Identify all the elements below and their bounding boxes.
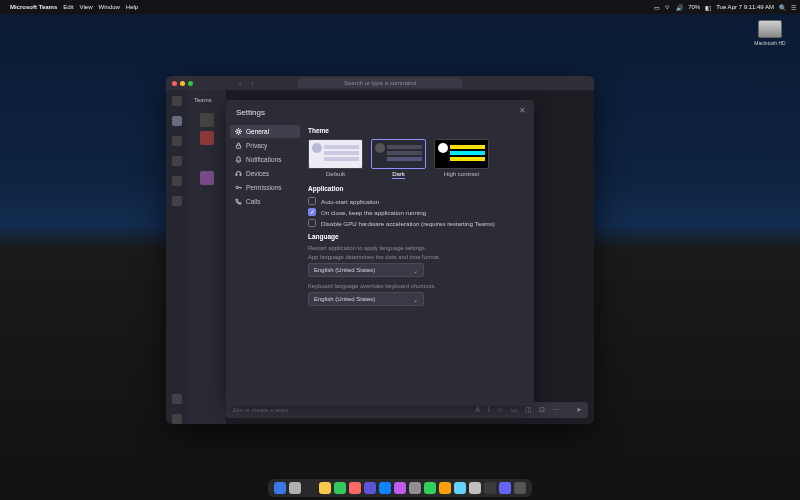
settings-modal: Settings ✕ General Privacy Notifications: [226, 100, 534, 406]
sticker-icon[interactable]: ◫: [525, 406, 532, 414]
dock-app[interactable]: [439, 482, 451, 494]
dock-app[interactable]: [364, 482, 376, 494]
rail-teams-icon[interactable]: [172, 136, 182, 146]
theme-option-dark[interactable]: Dark: [371, 139, 426, 179]
nav-back-button[interactable]: ‹: [239, 80, 241, 87]
dock-trash-icon[interactable]: [514, 482, 526, 494]
volume-icon[interactable]: 🔊: [676, 4, 683, 11]
language-heading: Language: [308, 233, 524, 240]
wifi-icon[interactable]: ᯤ: [665, 4, 671, 10]
dock-app[interactable]: [379, 482, 391, 494]
menu-edit[interactable]: Edit: [63, 4, 73, 10]
rail-chat-icon[interactable]: [172, 116, 182, 126]
dock-app[interactable]: [274, 482, 286, 494]
svg-rect-3: [240, 174, 241, 176]
checkbox-auto-start[interactable]: [308, 197, 316, 205]
keyboard-language-select[interactable]: English (United States) ⌄: [308, 292, 424, 306]
dock-app[interactable]: [304, 482, 316, 494]
rail-files-icon[interactable]: [172, 196, 182, 206]
menu-help[interactable]: Help: [126, 4, 138, 10]
teams-list-header: Teams: [188, 94, 226, 109]
checkbox-label: Disable GPU hardware acceleration (requi…: [321, 220, 495, 227]
dock-app[interactable]: [289, 482, 301, 494]
theme-label: Default: [308, 171, 363, 177]
dock-app[interactable]: [454, 482, 466, 494]
select-value: English (United States): [314, 296, 375, 302]
rail-apps-icon[interactable]: [172, 394, 182, 404]
checkbox-disable-gpu[interactable]: [308, 219, 316, 227]
keyboard-language-note: Keyboard language overrides keyboard sho…: [308, 283, 524, 289]
chevron-down-icon: ⌄: [413, 267, 418, 274]
headset-icon: [235, 170, 242, 177]
settings-content: Theme Default Dark High contrast: [304, 121, 534, 406]
menubar-app-name[interactable]: Microsoft Teams: [10, 4, 57, 10]
menu-window[interactable]: Window: [98, 4, 119, 10]
nav-forward-button[interactable]: ›: [251, 80, 253, 87]
dock-app[interactable]: [319, 482, 331, 494]
rail-help-icon[interactable]: [172, 414, 182, 424]
bell-icon: [235, 156, 242, 163]
team-avatar[interactable]: [200, 171, 214, 185]
team-avatar[interactable]: [200, 131, 214, 145]
modal-close-button[interactable]: ✕: [519, 106, 526, 115]
dock-app[interactable]: [469, 482, 481, 494]
nav-label: General: [246, 128, 269, 135]
window-close-button[interactable]: [172, 81, 177, 86]
rail-calls-icon[interactable]: [172, 176, 182, 186]
hard-drive-icon: [758, 20, 782, 38]
app-language-note: App language determines the date and tim…: [308, 254, 524, 260]
window-zoom-button[interactable]: [188, 81, 193, 86]
window-titlebar[interactable]: ‹ › Search or type a command: [166, 76, 594, 90]
composer-placeholder: Join or create a team: [232, 407, 288, 413]
nav-label: Notifications: [246, 156, 281, 163]
dock-app[interactable]: [334, 482, 346, 494]
settings-nav-permissions[interactable]: Permissions: [230, 181, 300, 194]
rail-activity-icon[interactable]: [172, 96, 182, 106]
rail-calendar-icon[interactable]: [172, 156, 182, 166]
dock-app[interactable]: [409, 482, 421, 494]
theme-high-contrast-thumbnail: [434, 139, 489, 169]
nav-label: Privacy: [246, 142, 267, 149]
dock-app[interactable]: [394, 482, 406, 494]
chevron-down-icon: ⌄: [413, 296, 418, 303]
dock-app[interactable]: [424, 482, 436, 494]
airplay-icon[interactable]: ▭: [654, 4, 660, 11]
settings-nav-general[interactable]: General: [230, 125, 300, 138]
nav-label: Permissions: [246, 184, 281, 191]
app-language-select[interactable]: English (United States) ⌄: [308, 263, 424, 277]
dock-app[interactable]: [499, 482, 511, 494]
theme-default-thumbnail: [308, 139, 363, 169]
battery-icon[interactable]: ▮▯: [705, 4, 711, 11]
more-icon[interactable]: ⋯: [552, 406, 559, 414]
lock-icon: [235, 142, 242, 149]
svg-rect-1: [236, 145, 240, 148]
menu-view[interactable]: View: [80, 4, 93, 10]
dock-app[interactable]: [484, 482, 496, 494]
team-avatar[interactable]: [200, 113, 214, 127]
gif-icon[interactable]: ▭: [511, 406, 518, 414]
select-value: English (United States): [314, 267, 375, 273]
dock-app[interactable]: [349, 482, 361, 494]
spotlight-icon[interactable]: 🔍: [779, 4, 786, 11]
emoji-icon[interactable]: ☺: [497, 406, 504, 414]
desktop-macintosh-hd[interactable]: Macintosh HD: [752, 20, 788, 46]
send-icon[interactable]: ➤: [576, 406, 582, 414]
meetnow-icon[interactable]: ⊡: [539, 406, 545, 414]
window-minimize-button[interactable]: [180, 81, 185, 86]
settings-nav-privacy[interactable]: Privacy: [230, 139, 300, 152]
macos-dock[interactable]: [268, 479, 532, 497]
checkbox-keep-running[interactable]: [308, 208, 316, 216]
settings-nav-notifications[interactable]: Notifications: [230, 153, 300, 166]
settings-nav-devices[interactable]: Devices: [230, 167, 300, 180]
battery-percentage[interactable]: 70%: [688, 4, 700, 10]
command-search-input[interactable]: Search or type a command: [298, 78, 463, 88]
menubar-clock[interactable]: Tue Apr 7 9:11:49 AM: [716, 4, 774, 10]
svg-rect-2: [236, 174, 237, 176]
format-icon[interactable]: A: [475, 406, 480, 414]
theme-option-default[interactable]: Default: [308, 139, 363, 179]
attach-icon[interactable]: ⌇: [487, 406, 490, 414]
settings-nav-calls[interactable]: Calls: [230, 195, 300, 208]
nav-label: Calls: [246, 198, 260, 205]
control-center-icon[interactable]: ☰: [791, 4, 796, 11]
theme-option-high-contrast[interactable]: High contrast: [434, 139, 489, 179]
